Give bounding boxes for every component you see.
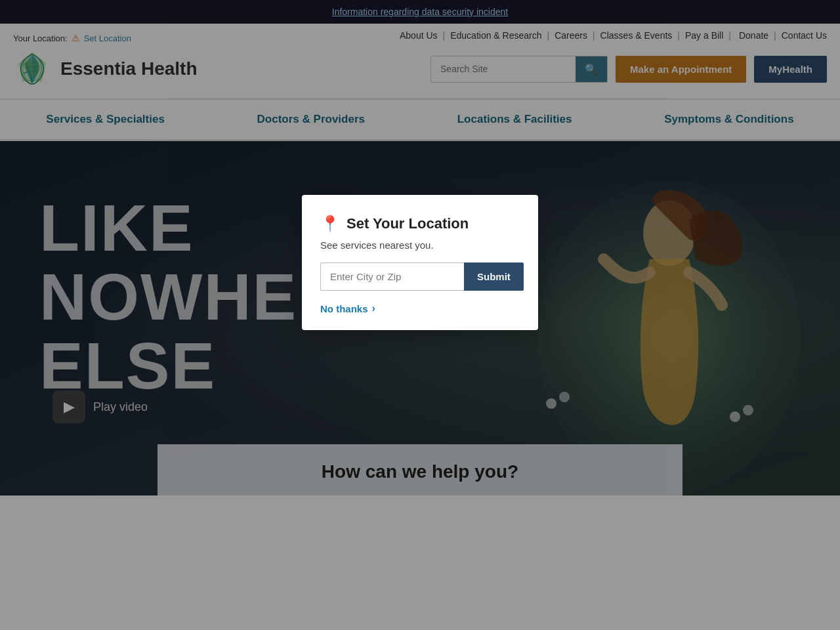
submit-button[interactable]: Submit xyxy=(464,262,524,291)
no-thanks-button[interactable]: No thanks › xyxy=(320,303,375,314)
modal-subtitle: See services nearest you. xyxy=(320,240,520,251)
modal-overlay[interactable]: 📍 Set Your Location See services nearest… xyxy=(0,0,840,495)
chevron-right-icon: › xyxy=(372,303,375,314)
set-location-modal: 📍 Set Your Location See services nearest… xyxy=(302,195,538,330)
pin-icon: 📍 xyxy=(320,215,340,233)
modal-title: 📍 Set Your Location xyxy=(320,215,520,233)
modal-input-row: Submit xyxy=(320,262,520,291)
city-zip-input[interactable] xyxy=(320,262,464,291)
